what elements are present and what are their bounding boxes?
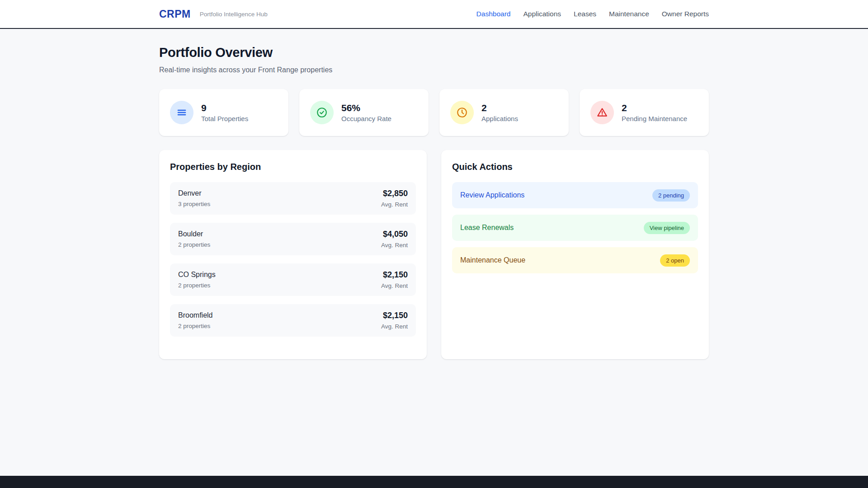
stats-row: 9 Total Properties 56% Occupancy Rate — [159, 89, 709, 136]
check-circle-icon — [310, 101, 334, 124]
properties-by-region-panel: Properties by Region Denver 3 properties… — [159, 150, 427, 359]
stat-label-total-properties: Total Properties — [201, 115, 248, 122]
region-count: 2 properties — [178, 282, 216, 289]
stat-card-pending-maintenance: 2 Pending Maintenance — [580, 89, 709, 136]
region-row-broomfield: Broomfield 2 properties $2,150 Avg. Rent — [170, 304, 416, 337]
stat-label-pending-maintenance: Pending Maintenance — [622, 115, 687, 122]
region-count: 2 properties — [178, 323, 212, 329]
quick-action-maintenance-queue[interactable]: Maintenance Queue 2 open — [452, 247, 698, 273]
app-logo[interactable]: CRPM — [159, 8, 191, 20]
stat-value-applications: 2 — [481, 103, 518, 113]
nav-item-leases[interactable]: Leases — [574, 10, 596, 18]
nav-item-dashboard[interactable]: Dashboard — [476, 10, 511, 18]
region-name: Broomfield — [178, 311, 212, 319]
quick-action-label: Maintenance Queue — [460, 256, 525, 264]
main-content: Portfolio Overview Real-time insights ac… — [159, 45, 709, 359]
region-count: 2 properties — [178, 241, 210, 248]
region-avg-rent: $2,150 — [381, 311, 408, 320]
region-name: Denver — [178, 189, 210, 197]
page-subtitle: Real-time insights across your Front Ran… — [159, 66, 709, 74]
stat-value-pending-maintenance: 2 — [622, 103, 687, 113]
nav-item-owner-reports[interactable]: Owner Reports — [662, 10, 709, 18]
quick-action-lease-renewals[interactable]: Lease Renewals View pipeline — [452, 215, 698, 241]
region-avg-rent-label: Avg. Rent — [381, 323, 408, 330]
region-avg-rent: $4,050 — [381, 230, 408, 239]
stat-value-total-properties: 9 — [201, 103, 248, 113]
clock-icon — [450, 101, 474, 124]
stat-card-applications: 2 Applications — [439, 89, 569, 136]
region-avg-rent-label: Avg. Rent — [381, 282, 408, 289]
page-title: Portfolio Overview — [159, 45, 709, 60]
taskbar — [0, 476, 868, 488]
app-tagline: Portfolio Intelligence Hub — [200, 11, 268, 18]
region-count: 3 properties — [178, 201, 210, 207]
open-count-badge: 2 open — [660, 254, 690, 267]
quick-action-review-applications[interactable]: Review Applications 2 pending — [452, 182, 698, 208]
top-navigation-bar: CRPM Portfolio Intelligence Hub Dashboar… — [0, 0, 868, 29]
regions-panel-title: Properties by Region — [170, 162, 416, 172]
region-row-boulder: Boulder 2 properties $4,050 Avg. Rent — [170, 223, 416, 255]
region-avg-rent-label: Avg. Rent — [381, 242, 408, 249]
region-name: CO Springs — [178, 271, 216, 279]
quick-action-label: Lease Renewals — [460, 224, 514, 232]
pending-count-badge: 2 pending — [652, 189, 690, 202]
stat-card-total-properties: 9 Total Properties — [159, 89, 288, 136]
quick-actions-title: Quick Actions — [452, 162, 698, 172]
menu-icon — [170, 101, 193, 124]
region-row-denver: Denver 3 properties $2,850 Avg. Rent — [170, 182, 416, 215]
region-avg-rent: $2,850 — [381, 189, 408, 198]
alert-triangle-icon — [590, 101, 614, 124]
region-row-co-springs: CO Springs 2 properties $2,150 Avg. Rent — [170, 263, 416, 296]
nav-item-maintenance[interactable]: Maintenance — [609, 10, 649, 18]
stat-label-occupancy-rate: Occupancy Rate — [341, 115, 392, 122]
quick-actions-panel: Quick Actions Review Applications 2 pend… — [441, 150, 709, 359]
region-avg-rent: $2,150 — [381, 270, 408, 280]
region-name: Boulder — [178, 230, 210, 238]
main-nav: Dashboard Applications Leases Maintenanc… — [476, 10, 709, 18]
stat-value-occupancy-rate: 56% — [341, 103, 392, 113]
view-pipeline-badge: View pipeline — [644, 222, 690, 234]
quick-action-label: Review Applications — [460, 191, 524, 199]
region-avg-rent-label: Avg. Rent — [381, 201, 408, 208]
nav-item-applications[interactable]: Applications — [523, 10, 561, 18]
stat-card-occupancy-rate: 56% Occupancy Rate — [299, 89, 429, 136]
stat-label-applications: Applications — [481, 115, 518, 122]
